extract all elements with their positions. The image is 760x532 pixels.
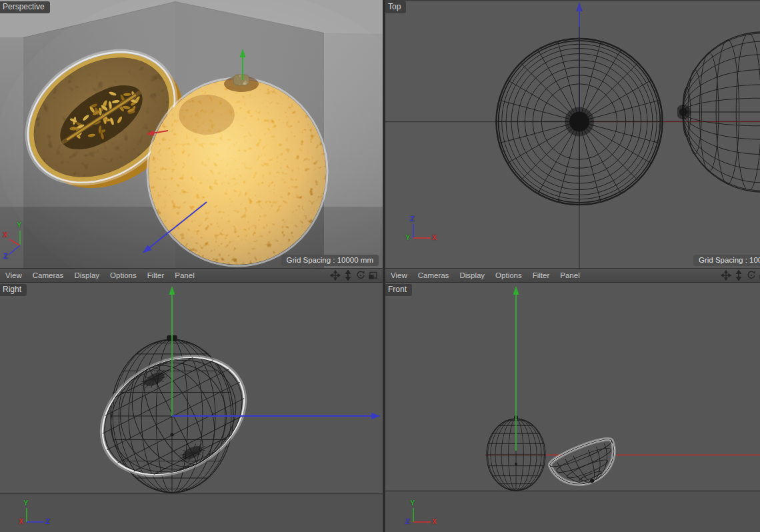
rotate-icon[interactable] (355, 270, 366, 281)
maximize-icon[interactable] (368, 270, 379, 281)
menu-filter[interactable]: Filter (532, 271, 551, 279)
viewport-label-right: Right (0, 284, 27, 296)
axis-label-y: Y (23, 499, 28, 507)
rotate-icon[interactable] (746, 270, 757, 281)
viewport-perspective[interactable]: Perspective Grid Spacing : 10000 mm Y X … (0, 0, 383, 268)
viewport-divider[interactable] (383, 0, 385, 532)
axis-label-x: X (3, 231, 7, 239)
menu-options[interactable]: Options (495, 271, 523, 279)
viewport-right[interactable]: Right Y X Z (0, 283, 383, 532)
axis-label-y: Y (17, 221, 21, 229)
axis-label-x: X (432, 517, 437, 525)
viewport-label-perspective: Perspective (0, 1, 50, 13)
zoom-icon[interactable] (733, 270, 744, 281)
axis-label-y: Y (405, 233, 410, 241)
menu-cameras[interactable]: Cameras (417, 271, 450, 279)
c4d-four-view-window: Perspective Grid Spacing : 10000 mm Y X … (0, 0, 760, 532)
axis-label-z: Z (45, 517, 50, 525)
viewport-menubar-right: View Cameras Display Options Filter Pane… (385, 268, 760, 283)
grid-spacing-label: Grid Spacing : 10000 mm (281, 255, 379, 266)
axis-label-x: X (432, 233, 437, 241)
axis-label-y: Y (410, 499, 415, 507)
menu-panel[interactable]: Panel (174, 271, 195, 279)
menu-view[interactable]: View (5, 271, 23, 279)
axis-gizmo: Y Z X (401, 501, 436, 529)
viewport-nav-icons (721, 269, 760, 282)
menu-display[interactable]: Display (459, 271, 485, 279)
menu-view[interactable]: View (390, 271, 408, 279)
menu-display[interactable]: Display (73, 271, 100, 279)
menu-options[interactable]: Options (109, 271, 137, 279)
viewport-top[interactable]: Top Grid Spacing : 1000 mm Z Y X (385, 0, 760, 268)
pan-icon[interactable] (721, 270, 731, 281)
menu-panel[interactable]: Panel (559, 271, 580, 279)
pan-icon[interactable] (330, 270, 341, 281)
viewport-front[interactable]: Front Y Z X (385, 283, 760, 532)
melon-whole-wireframe[interactable] (496, 39, 663, 205)
axis-label-z: Z (410, 215, 415, 223)
viewport-label-front: Front (385, 284, 412, 296)
axis-gizmo: Z Y X (401, 217, 436, 245)
viewport-menubar-left: View Cameras Display Options Filter Pane… (0, 268, 383, 283)
menu-filter[interactable]: Filter (147, 271, 165, 279)
zoom-icon[interactable] (343, 270, 353, 281)
grid-spacing-label: Grid Spacing : 1000 mm (693, 255, 760, 266)
axis-gizmo: Y X Z (3, 221, 35, 263)
viewport-nav-icons (330, 269, 379, 282)
axis-label-z: Z (3, 252, 8, 260)
axis-gizmo: Y X Z (15, 501, 49, 529)
menu-cameras[interactable]: Cameras (32, 271, 65, 279)
viewport-label-top: Top (385, 1, 406, 13)
axis-label-z: Z (405, 517, 410, 525)
axis-label-x: X (19, 517, 23, 525)
